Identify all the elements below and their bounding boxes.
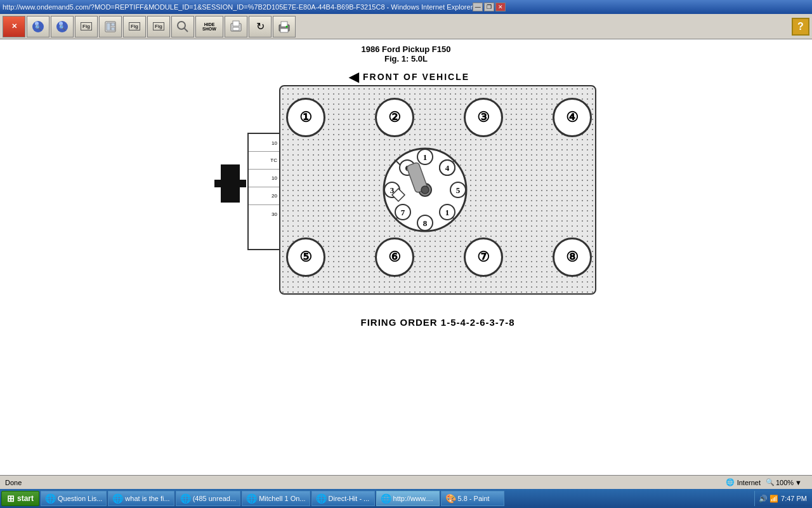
- taskbar-label-0: Question Lis...: [58, 495, 102, 502]
- taskbar-item-0[interactable]: 🌐 Question Lis...: [41, 491, 107, 506]
- svg-rect-17: [280, 29, 288, 32]
- zone-text: Internet: [737, 479, 761, 486]
- print-preview-btn[interactable]: [225, 16, 247, 37]
- taskbar-ie-icon-4: 🌐: [316, 493, 327, 504]
- cylinder-5: ⑤: [286, 237, 325, 277]
- toolbar: ✕ 🔍 🔍 Fig Fig Fig HIDESHOW ↻ ?: [0, 14, 812, 39]
- hide-show-btn[interactable]: HIDESHOW: [195, 16, 223, 37]
- taskbar-item-1[interactable]: 🌐 what is the fi...: [108, 491, 174, 506]
- taskbar-ie-icon-0: 🌐: [45, 493, 56, 504]
- zoom-dropdown[interactable]: ▼: [795, 479, 802, 486]
- page-title-line2: Fig. 1: 5.0L: [362, 54, 451, 64]
- close-toolbar-btn[interactable]: ✕: [3, 16, 25, 37]
- cylinder-1: ①: [286, 98, 325, 137]
- taskbar-tray: 🔊 📶 7:47 PM: [754, 491, 811, 506]
- start-label: start: [17, 494, 34, 503]
- tray-icons: 🔊 📶: [759, 495, 778, 503]
- taskbar-ie-icon-2: 🌐: [180, 493, 191, 504]
- taskbar-label-2: (485 unread...: [193, 495, 237, 502]
- taskbar-label-1: what is the fi...: [125, 495, 169, 502]
- zone-icon: 🌐: [726, 478, 735, 486]
- content-area: 1986 Ford Pickup F150 Fig. 1: 5.0L ◀ FRO…: [0, 39, 812, 475]
- taskbar-item-5[interactable]: 🌐 http://www....: [376, 491, 440, 506]
- help-button[interactable]: ?: [792, 18, 809, 36]
- cylinder-8: ⑧: [553, 237, 592, 277]
- cylinder-2: ②: [375, 98, 414, 137]
- taskbar-label-3: Mitchell 1 On...: [259, 495, 305, 502]
- svg-rect-13: [233, 21, 239, 26]
- taskbar-ie-icon-3: 🌐: [246, 493, 257, 504]
- svg-text:🔍: 🔍: [35, 24, 41, 30]
- distributor-cap: 1 2 6 4 5 1 8 7 3: [381, 145, 469, 234]
- page-title-line1: 1986 Ford Pickup F150: [362, 44, 451, 54]
- cylinder-4: ④: [553, 98, 592, 137]
- cylinder-3: ③: [464, 98, 503, 137]
- taskbar-item-4[interactable]: 🌐 Direct-Hit - ...: [311, 491, 375, 506]
- svg-text:7: 7: [401, 208, 405, 217]
- timing-pointer: [214, 164, 246, 203]
- svg-point-48: [421, 186, 429, 194]
- start-button[interactable]: ⊞ start: [1, 491, 39, 506]
- taskbar-item-3[interactable]: 🌐 Mitchell 1 On...: [242, 491, 310, 506]
- title-bar-text: http://www.ondemand5.com/?MOD=REPTIFF&MO…: [3, 3, 473, 11]
- refresh-btn[interactable]: ↻: [249, 16, 272, 37]
- zoom-level: 100%: [776, 479, 794, 486]
- forward-toolbar-btn[interactable]: 🔍: [51, 16, 74, 37]
- front-of-vehicle-label: ◀ FRONT OF VEHICLE: [349, 69, 469, 84]
- taskbar: ⊞ start 🌐 Question Lis... 🌐 what is the …: [0, 489, 812, 508]
- svg-text:1: 1: [423, 152, 428, 162]
- search-toolbar-btn[interactable]: [171, 16, 194, 37]
- title-bar: http://www.ondemand5.com/?MOD=REPTIFF&MO…: [0, 0, 812, 14]
- svg-text:1: 1: [445, 208, 450, 217]
- taskbar-ie-icon-1: 🌐: [112, 493, 123, 504]
- page-view-btn[interactable]: [99, 16, 122, 37]
- taskbar-item-2[interactable]: 🌐 (485 unread...: [176, 491, 241, 506]
- tray-time: 7:47 PM: [781, 495, 807, 502]
- svg-rect-7: [107, 23, 110, 30]
- svg-text:5: 5: [456, 185, 461, 195]
- status-bar: Done 🌐 Internet 🔍 100% ▼: [0, 475, 812, 489]
- taskbar-item-6[interactable]: 🎨 5.8 - Paint: [441, 491, 504, 506]
- taskbar-label-6: 5.8 - Paint: [458, 495, 490, 502]
- back-toolbar-btn[interactable]: 🔍: [27, 16, 49, 37]
- svg-rect-8: [111, 23, 115, 26]
- svg-point-18: [286, 25, 288, 27]
- svg-rect-14: [233, 27, 239, 30]
- print-btn[interactable]: [273, 16, 296, 37]
- svg-text:4: 4: [445, 163, 450, 173]
- minimize-button[interactable]: —: [473, 3, 483, 11]
- taskbar-label-4: Direct-Hit - ...: [329, 495, 370, 502]
- cylinder-6: ⑥: [375, 237, 414, 277]
- fig-btn2[interactable]: Fig: [123, 16, 146, 37]
- svg-text:🔍: 🔍: [59, 24, 65, 30]
- svg-text:8: 8: [423, 218, 428, 228]
- close-button[interactable]: ✕: [495, 3, 506, 11]
- taskbar-paint-icon: 🎨: [445, 493, 456, 504]
- windows-logo: ⊞: [7, 493, 15, 504]
- taskbar-ie-icon-5: 🌐: [381, 493, 391, 504]
- timing-scale: 10 TC 10 20 30: [247, 133, 280, 250]
- zoom-icon: 🔍: [766, 478, 775, 486]
- cylinder-7: ⑦: [464, 237, 503, 277]
- title-bar-buttons: — ❐ ✕: [473, 3, 506, 11]
- svg-line-11: [184, 28, 188, 32]
- taskbar-label-5: http://www....: [393, 495, 433, 502]
- firing-order-text: FIRING ORDER 1-5-4-2-6-3-7-8: [279, 317, 596, 328]
- status-text: Done: [5, 479, 365, 486]
- fig-btn3[interactable]: Fig: [147, 16, 170, 37]
- restore-button[interactable]: ❐: [484, 3, 494, 11]
- page-header: 1986 Ford Pickup F150 Fig. 1: 5.0L: [362, 39, 451, 66]
- firing-order-diagram: ◀ FRONT OF VEHICLE 10 TC 10 20 30 ① ② ③ …: [203, 66, 609, 333]
- fig-btn1[interactable]: Fig: [75, 16, 98, 37]
- svg-rect-9: [111, 27, 115, 30]
